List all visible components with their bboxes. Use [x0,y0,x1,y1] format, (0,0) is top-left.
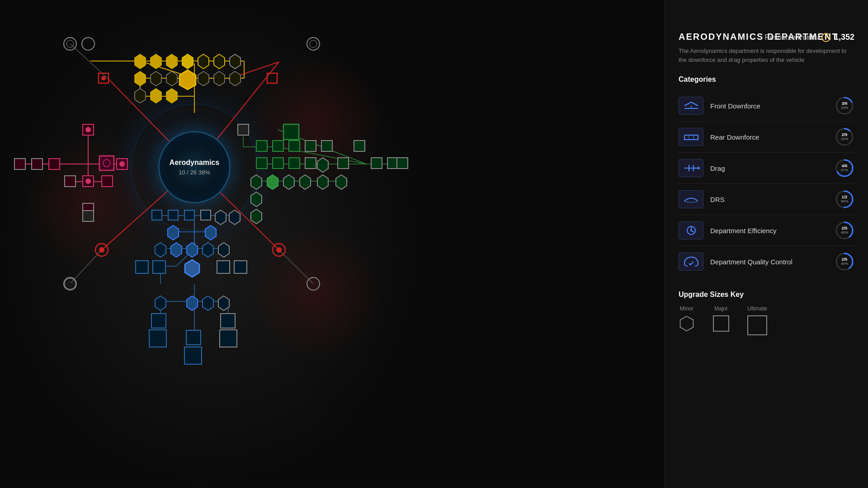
node-y-1-2[interactable] [151,54,161,69]
category-row-rear-downforce[interactable]: Rear Downforce 2/9 22% [679,122,854,153]
node-blue-center[interactable] [185,260,199,277]
node-green-main-9[interactable] [397,158,408,169]
node-y-2-1[interactable] [135,71,146,86]
node-blue-top-2[interactable] [168,210,178,220]
node-pink-l-2[interactable] [32,159,42,169]
node-green-r-6[interactable] [354,141,365,151]
node-y-2-2[interactable] [151,71,161,86]
node-green-vert-1[interactable] [251,175,262,189]
node-green-gear[interactable] [317,158,328,172]
right-panel: Resource Points + 1,352 AERODYNAMICS DEP… [665,0,868,488]
node-blue-b2-center[interactable] [187,296,198,310]
node-blue-wing-1[interactable] [168,225,179,240]
node-blue-top-6[interactable] [229,210,240,225]
node-y-1-7[interactable] [230,54,241,69]
node-pink-bot-3[interactable] [102,176,113,187]
resource-points-icon: + [821,33,830,42]
node-green-main-4[interactable] [305,158,316,169]
node-top-right-corner[interactable] [307,38,320,50]
node-y-2-6[interactable] [214,71,225,86]
node-blue-side-4[interactable] [234,261,247,273]
node-green-main-3[interactable] [289,158,300,169]
node-top-left-corner[interactable] [64,38,76,50]
node-green-sub-3[interactable] [300,175,311,189]
node-y-2-7[interactable] [230,71,241,86]
node-green-r-2[interactable] [273,141,283,151]
node-blue-lg-sq-1[interactable] [149,330,166,347]
node-pink-l-3[interactable] [49,159,60,169]
node-green-r-1[interactable] [256,141,267,151]
node-y-1-5[interactable] [198,54,209,69]
category-circle-rear-downforce: 2/9 22% [835,127,854,147]
node-green-main-2[interactable] [273,158,283,169]
node-blue-b2-right-2[interactable] [218,296,229,310]
category-icon-front-downforce [679,97,703,115]
node-blue-lg-sq-3[interactable] [220,330,237,347]
node-blue-sq-center[interactable] [186,330,201,345]
node-y-1-6[interactable] [214,54,225,69]
node-blue-side-3[interactable] [217,261,230,273]
node-y-1-3[interactable] [166,54,177,69]
node-green-r-3[interactable] [289,141,300,151]
node-blue-b2-left[interactable] [155,296,166,310]
node-green-r-4[interactable] [305,141,316,151]
node-pink-hub[interactable] [99,156,114,170]
node-green-main-6[interactable] [338,158,349,169]
node-y-center-main[interactable] [182,54,193,69]
node-bottom-left-sq[interactable] [83,211,94,221]
node-y-3-3[interactable] [166,89,177,103]
resource-points-value: 1,352 [834,33,854,42]
percent-rear-downforce: 22% [841,137,848,141]
node-green-main-7[interactable] [371,158,382,169]
category-name-dept-quality: Department Quality Control [710,258,828,266]
node-blue-sq-3[interactable] [221,314,235,328]
node-blue-row-5[interactable] [218,243,229,257]
category-row-dept-quality[interactable]: Department Quality Control 2/5 40% [679,246,854,277]
node-blue-row-1[interactable] [155,243,166,257]
node-y-hub[interactable] [179,70,196,89]
node-red-top-right[interactable] [267,73,277,83]
node-y-2-3[interactable] [166,71,177,86]
node-left-mid-corner[interactable] [82,38,94,50]
node-blue-row-2[interactable] [171,243,182,257]
node-blue-top-4[interactable] [201,210,211,220]
upgrade-shape-major [713,315,729,332]
node-green-vert-2[interactable] [251,192,262,206]
node-green-sub-1[interactable] [267,175,278,189]
aerodynamics-center-circle[interactable]: Aerodynamics 10 / 26 38% [158,131,231,203]
node-blue-top-1[interactable] [152,210,162,220]
node-green-sub-5[interactable] [336,175,347,189]
category-row-drs[interactable]: DRS 1/2 50% [679,184,854,215]
node-blue-row-4[interactable] [203,243,213,257]
node-pink-bot-2[interactable] [65,176,75,187]
visualization-area: Aerodynamics 10 / 26 38% [0,0,420,488]
category-row-dept-efficiency[interactable]: Department Efficiency 2/5 40% [679,215,854,246]
node-y-3-2[interactable] [151,89,161,103]
node-green-vert-3[interactable] [251,209,262,224]
node-blue-top-5[interactable] [215,210,226,225]
node-gray-bot-left[interactable] [64,277,76,290]
node-y-2-5[interactable] [198,71,209,86]
node-blue-row-3[interactable] [187,243,198,257]
node-green-sub-2[interactable] [283,175,294,189]
node-blue-top-3[interactable] [184,210,194,220]
node-gray-bot-right[interactable] [307,277,320,290]
node-blue-sq-1[interactable] [151,314,166,328]
node-blue-wing-2[interactable] [205,225,216,240]
node-blue-side-2[interactable] [153,261,165,273]
node-green-hub-top[interactable] [283,124,299,140]
node-blue-b2-right-1[interactable] [203,296,213,310]
node-right-top-sq[interactable] [238,124,249,135]
node-y-1-1[interactable] [135,54,146,69]
node-blue-lg-sq-center[interactable] [184,347,202,364]
node-green-sub-4[interactable] [317,175,328,189]
node-left-far[interactable] [14,159,25,169]
node-blue-side-1[interactable] [136,261,148,273]
category-row-drag[interactable]: Drag 4/6 67% [679,153,854,184]
category-row-front-downforce[interactable]: Front Downforce 3/9 33% [679,90,854,122]
node-y-3-1[interactable] [135,89,146,103]
node-green-r-5[interactable] [321,141,332,151]
node-green-main-1[interactable] [256,158,267,169]
svg-point-46 [307,38,320,50]
svg-point-54 [99,247,104,253]
